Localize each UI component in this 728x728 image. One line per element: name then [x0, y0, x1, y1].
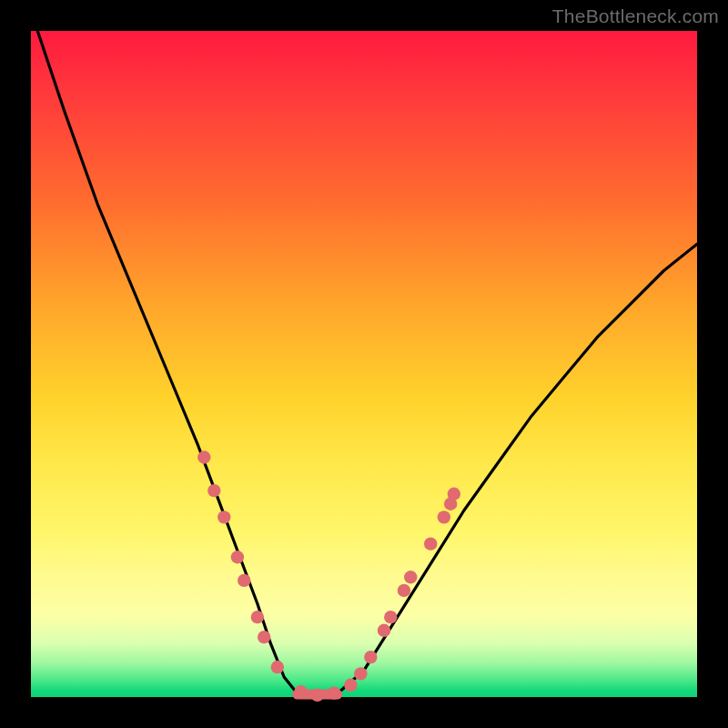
data-marker	[217, 511, 230, 523]
data-marker	[238, 574, 250, 587]
bottleneck-curve	[37, 31, 697, 697]
data-marker	[294, 685, 307, 698]
data-marker	[384, 611, 397, 623]
data-markers	[197, 450, 460, 702]
data-marker	[258, 631, 270, 643]
data-marker	[231, 551, 244, 563]
data-marker	[207, 484, 220, 497]
data-marker	[364, 651, 377, 663]
data-marker	[251, 611, 264, 623]
data-marker	[344, 679, 357, 692]
data-marker	[271, 661, 284, 673]
data-marker	[311, 689, 324, 702]
chart-svg	[31, 31, 697, 697]
data-marker	[424, 537, 437, 550]
curve-line	[37, 31, 697, 697]
data-marker	[398, 584, 410, 597]
watermark-text: TheBottleneck.com	[552, 5, 719, 27]
data-marker	[378, 624, 390, 637]
data-marker	[438, 511, 450, 523]
data-marker	[328, 686, 340, 699]
data-marker	[404, 571, 417, 583]
chart-frame: TheBottleneck.com	[0, 0, 728, 728]
data-marker	[354, 667, 367, 680]
data-marker	[448, 488, 460, 500]
data-marker	[197, 450, 210, 463]
chart-plot-area	[31, 31, 697, 697]
